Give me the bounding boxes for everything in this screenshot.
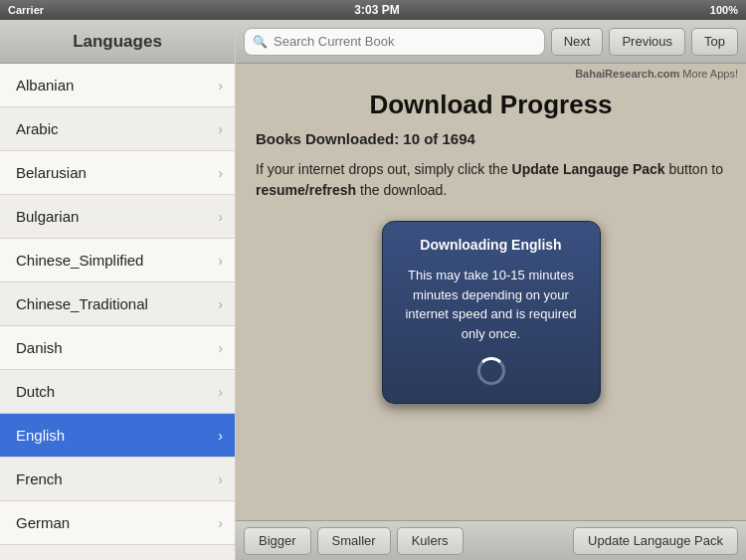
search-input[interactable] [274,34,536,49]
lang-name-english: English [16,427,65,444]
previous-button[interactable]: Previous [609,28,685,56]
carrier-label: Carrier [8,4,44,16]
chevron-icon-bulgarian: › [218,209,223,225]
spinner-ring [477,357,505,385]
search-box[interactable]: 🔍 [244,28,545,56]
sidebar-title: Languages [73,32,162,52]
loading-spinner [477,357,505,385]
chevron-icon-arabic: › [218,121,223,137]
lang-name-bulgarian: Bulgarian [16,208,79,225]
download-box-body: This may take 10-15 minutes minutes depe… [399,266,584,343]
sidebar: Languages Albanian › Arabic › Belarusian… [0,20,236,560]
sidebar-item-hungarian[interactable]: Hungarian › [0,545,235,560]
top-button[interactable]: Top [691,28,738,56]
lang-name-arabic: Arabic [16,120,59,137]
download-title: Download Progress [256,90,726,120]
lang-name-albanian: Albanian [16,77,74,93]
instruction-text: If your internet drops out, simply click… [256,159,726,201]
sidebar-item-dutch[interactable]: Dutch › [0,370,235,414]
status-bar: Carrier 3:03 PM 100% [0,0,746,20]
chevron-icon-english: › [218,428,223,444]
update-language-pack-button[interactable]: Update Langauge Pack [573,527,738,555]
download-box-title: Downloading English [399,236,584,254]
brand-name: BahaiResearch.com [575,68,679,80]
lang-name-chinese-traditional: Chinese_Traditional [16,295,148,312]
main-layout: Languages Albanian › Arabic › Belarusian… [0,20,746,560]
sidebar-item-english[interactable]: English › [0,414,235,458]
instruction-part3: the download. [356,182,447,198]
books-downloaded-label: Books Downloaded: 10 of 1694 [256,130,726,147]
chevron-icon-albanian: › [218,78,223,93]
battery-label: 100% [710,4,738,16]
instruction-part2: button to [665,161,723,177]
sidebar-item-chinese-simplified[interactable]: Chinese_Simplified › [0,239,235,282]
time-label: 3:03 PM [354,3,399,17]
chevron-icon-dutch: › [218,384,223,400]
bahairesearch-link[interactable]: BahaiResearch.com More Apps! [575,68,738,80]
next-button[interactable]: Next [551,28,604,56]
sidebar-header: Languages [0,20,235,64]
content-area: 🔍 Next Previous Top BahaiResearch.com Mo… [236,20,746,560]
bottom-bar: Bigger Smaller Kulers Update Langauge Pa… [236,520,746,560]
download-box: Downloading English This may take 10-15 … [382,221,601,404]
instruction-part1: If your internet drops out, simply click… [256,161,512,177]
sidebar-item-french[interactable]: French › [0,458,235,501]
sidebar-item-chinese-traditional[interactable]: Chinese_Traditional › [0,282,235,326]
lang-name-chinese-simplified: Chinese_Simplified [16,252,143,269]
sidebar-item-belarusian[interactable]: Belarusian › [0,151,235,195]
main-content: BahaiResearch.com More Apps! Download Pr… [236,64,746,520]
toolbar: 🔍 Next Previous Top [236,20,746,64]
sidebar-item-german[interactable]: German › [0,501,235,545]
lang-name-french: French [16,470,63,487]
kulers-button[interactable]: Kulers [397,527,464,555]
chevron-icon-chinese-simplified: › [218,253,223,269]
brand-suffix: More Apps! [682,68,738,80]
lang-name-danish: Danish [16,339,63,356]
sidebar-item-albanian[interactable]: Albanian › [0,64,235,107]
smaller-button[interactable]: Smaller [317,527,391,555]
sidebar-item-danish[interactable]: Danish › [0,326,235,370]
chevron-icon-belarusian: › [218,165,223,181]
language-list: Albanian › Arabic › Belarusian › Bulgari… [0,64,235,560]
bigger-button[interactable]: Bigger [244,527,311,555]
chevron-icon-german: › [218,515,223,531]
lang-name-german: German [16,514,70,531]
lang-name-belarusian: Belarusian [16,164,87,181]
sidebar-item-arabic[interactable]: Arabic › [0,107,235,151]
chevron-icon-chinese-traditional: › [218,296,223,312]
chevron-icon-french: › [218,471,223,487]
lang-name-dutch: Dutch [16,383,55,400]
search-icon: 🔍 [253,35,268,49]
instruction-bold2: resume/refresh [256,182,356,198]
sidebar-item-bulgarian[interactable]: Bulgarian › [0,195,235,239]
instruction-bold1: Update Langauge Pack [512,161,665,177]
chevron-icon-danish: › [218,340,223,356]
